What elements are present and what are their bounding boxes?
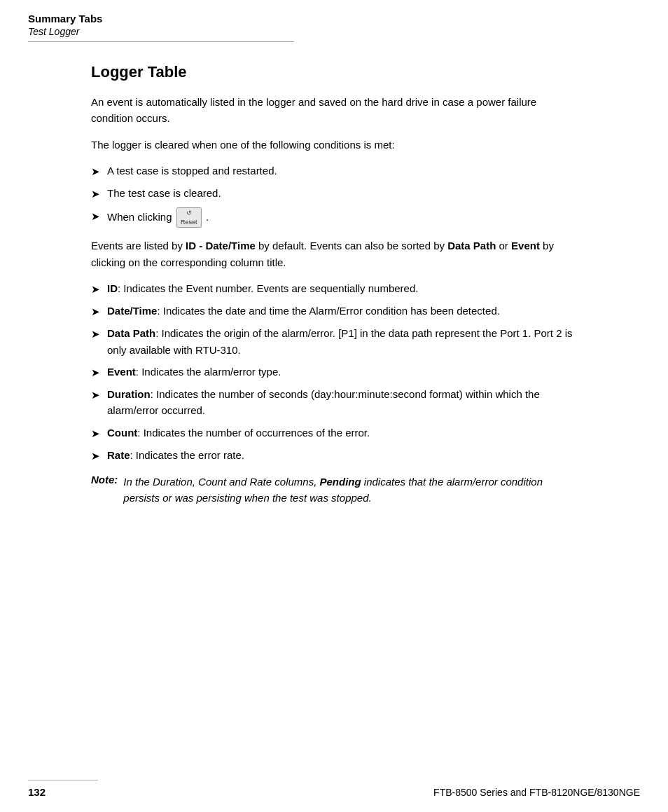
field-label-count: Count <box>107 427 137 439</box>
page-header: Summary Tabs Test Logger <box>0 0 668 42</box>
bullet-arrow-2: ➤ <box>91 186 100 202</box>
intro-paragraph-2: The logger is cleared when one of the fo… <box>91 137 577 153</box>
note-text-1: In the Duration, Count and Rate columns, <box>123 476 316 488</box>
header-title: Summary Tabs <box>28 13 640 25</box>
bullet-arrow-3: ➤ <box>91 208 100 224</box>
field-datetime: Date/Time: Indicates the date and time t… <box>107 303 577 319</box>
field-label-datapath: Data Path <box>107 327 155 339</box>
field-label-rate: Rate <box>107 449 130 461</box>
note-label: Note: <box>91 474 118 486</box>
main-content: Logger Table An event is automatically l… <box>0 42 668 528</box>
cleared-condition-3: When clicking ↺ Reset . <box>107 207 577 228</box>
bullet-arrow-count: ➤ <box>91 425 100 441</box>
page-number: 132 <box>28 786 46 798</box>
page-container: Summary Tabs Test Logger Logger Table An… <box>0 0 668 812</box>
note-pending: Pending <box>320 476 361 488</box>
section-title: Logger Table <box>91 63 577 81</box>
footer-product: FTB-8500 Series and FTB-8120NGE/8130NGE <box>433 787 640 798</box>
field-rate: Rate: Indicates the error rate. <box>107 447 577 463</box>
list-item: ➤ Data Path: Indicates the origin of the… <box>91 325 577 358</box>
reset-icon: ↺ <box>180 209 198 218</box>
header-subtitle: Test Logger <box>28 26 640 37</box>
field-event: Event: Indicates the alarm/error type. <box>107 364 577 380</box>
sort-bold-1: ID - Date/Time <box>186 240 256 252</box>
bullet-arrow-rate: ➤ <box>91 448 100 464</box>
field-label-duration: Duration <box>107 388 151 400</box>
page-footer: 132 FTB-8500 Series and FTB-8120NGE/8130… <box>0 799 668 812</box>
footer-divider <box>28 780 98 780</box>
note-text: In the Duration, Count and Rate columns,… <box>123 474 577 507</box>
bullet-arrow-datapath: ➤ <box>91 326 100 342</box>
list-item: ➤ ID: Indicates the Event number. Events… <box>91 280 577 297</box>
bullet-arrow-duration: ➤ <box>91 387 100 403</box>
when-clicking-text: When clicking <box>107 211 175 223</box>
cleared-condition-1: A test case is stopped and restarted. <box>107 163 577 179</box>
period-after-button: . <box>206 211 209 223</box>
field-label-event: Event <box>107 366 136 378</box>
field-descriptions-list: ➤ ID: Indicates the Event number. Events… <box>91 280 577 464</box>
bullet-arrow-id: ➤ <box>91 281 100 297</box>
field-duration: Duration: Indicates the number of second… <box>107 386 577 419</box>
field-count: Count: Indicates the number of occurrenc… <box>107 425 577 441</box>
list-item: ➤ The test case is cleared. <box>91 185 577 202</box>
bullet-arrow-datetime: ➤ <box>91 303 100 319</box>
sort-bold-2: Data Path <box>447 240 496 252</box>
bullet-arrow-event: ➤ <box>91 364 100 380</box>
sort-paragraph: Events are listed by ID - Date/Time by d… <box>91 238 577 270</box>
reset-button-image: ↺ Reset <box>176 207 202 228</box>
cleared-conditions-list: ➤ A test case is stopped and restarted. … <box>91 163 577 228</box>
list-item: ➤ Date/Time: Indicates the date and time… <box>91 303 577 319</box>
list-item: ➤ Count: Indicates the number of occurre… <box>91 425 577 441</box>
field-datapath: Data Path: Indicates the origin of the a… <box>107 325 577 358</box>
reset-label: Reset <box>180 218 198 227</box>
sort-bold-3: Event <box>511 240 540 252</box>
list-item: ➤ A test case is stopped and restarted. <box>91 163 577 179</box>
cleared-condition-2: The test case is cleared. <box>107 185 577 201</box>
list-item: ➤ When clicking ↺ Reset . <box>91 207 577 228</box>
list-item: ➤ Duration: Indicates the number of seco… <box>91 386 577 419</box>
field-id: ID: Indicates the Event number. Events a… <box>107 280 577 296</box>
bullet-arrow-1: ➤ <box>91 163 100 179</box>
intro-paragraph-1: An event is automatically listed in the … <box>91 94 577 127</box>
list-item: ➤ Event: Indicates the alarm/error type. <box>91 364 577 380</box>
list-item: ➤ Rate: Indicates the error rate. <box>91 447 577 464</box>
note-section: Note: In the Duration, Count and Rate co… <box>91 474 577 507</box>
field-label-datetime: Date/Time <box>107 305 157 317</box>
field-label-id: ID <box>107 282 118 294</box>
